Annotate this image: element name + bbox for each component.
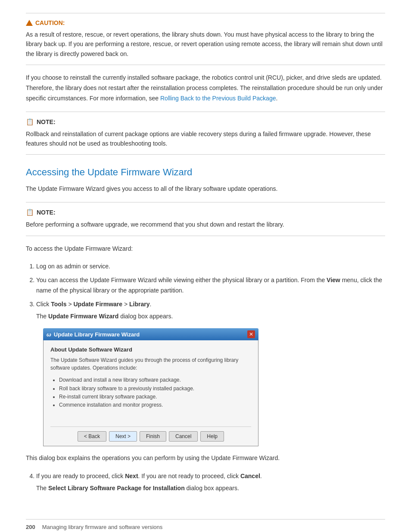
dialog-list: Download and install a new library softw… [59,376,251,409]
step4-sub-bold: Select Library Software Package for Inst… [48,485,185,492]
step-4: If you are ready to proceed, click Next.… [36,471,385,494]
dialog-titlebar: ω Update Library Firmware Wizard ✕ [43,328,258,340]
note-icon-1: 📋 [26,118,34,126]
step3-bold2: Update Firmware [74,301,123,308]
dialog-list-item-2: Roll back library software to a previous… [59,385,251,393]
step1-text: Log on as admin or service. [36,263,110,270]
dialog-finish-button[interactable]: Finish [140,431,166,442]
step4-bold1: Next [125,473,138,479]
step3-text-after: . [150,301,152,308]
step3-sub-bold: Update Firmware Wizard [48,313,118,320]
dialog-list-item-3: Re-install current library software pack… [59,393,251,401]
dialog-spacer [50,414,251,426]
note2-label: NOTE: [37,209,56,216]
after-dialog-text: This dialog box explains the operations … [26,453,385,464]
step4-text-mid: . If you are not ready to proceed, click [138,473,240,479]
note1-title: 📋 NOTE: [26,118,385,126]
dialog-body: About Update Software Wizard The Update … [43,340,258,446]
step2-bold1: View [327,277,340,283]
step4-sub: The Select Library Software Package for … [36,483,385,494]
note-icon-2: 📋 [26,208,34,216]
step-2: You can access the Update Firmware Wizar… [36,275,385,296]
caution-text: As a result of restore, rescue, or rever… [26,30,385,59]
caution-title: CAUTION: [26,19,385,26]
dialog-wrapper: ω Update Library Firmware Wizard ✕ About… [43,328,258,446]
caution-label: CAUTION: [35,19,65,26]
step3-bold3: Library [129,301,149,308]
step4-list: If you are ready to proceed, click Next.… [36,471,385,494]
note1-text: Rollback and reinstallation of current p… [26,129,385,149]
section-intro: The Update Firmware Wizard gives you acc… [26,184,385,194]
step4-sub-after: dialog box appears. [185,485,239,492]
note-box-2: 📋 NOTE: Before performing a software upg… [26,202,385,236]
note2-text: Before performing a software upgrade, we… [26,220,385,229]
footer-text: Managing library firmware and software v… [42,524,163,530]
dialog-close-button[interactable]: ✕ [247,330,255,338]
body-paragraph-1: If you choose to reinstall the currently… [26,73,385,103]
dialog-help-button[interactable]: Help [200,431,224,442]
step-3: Click Tools > Update Firmware > Library.… [36,299,385,322]
dialog-list-item-1: Download and install a new library softw… [59,376,251,384]
step2-text-before: You can access the Update Firmware Wizar… [36,277,327,283]
note-box-1: 📋 NOTE: Rollback and reinstallation of c… [26,112,385,155]
step3-text-mid: > [67,301,74,308]
step4-sub-text: The [36,485,48,492]
dialog-cancel-button[interactable]: Cancel [169,431,198,442]
step3-sub-after: dialog box appears. [118,313,173,320]
step3-bold1: Tools [51,301,66,308]
dialog-back-button[interactable]: < Back [78,431,106,442]
step4-text-before: If you are ready to proceed, click [36,473,125,479]
dialog-next-button[interactable]: Next > [109,431,137,442]
dialog-titlebar-left: ω Update Library Firmware Wizard [47,331,140,338]
dialog-description: The Update Software Wizard guides you th… [50,356,251,372]
page-footer: 200 Managing library firmware and softwa… [26,519,385,530]
note1-label: NOTE: [37,118,56,125]
step3-text-before: Click [36,301,51,308]
step-1: Log on as admin or service. [36,261,385,272]
step4-text-after: . [260,473,262,479]
step3-text-mid2: > [122,301,129,308]
hp-logo-icon: ω [47,331,51,338]
step3-sub: The Update Firmware Wizard dialog box ap… [36,311,385,322]
step3-sub-text: The [36,313,48,320]
section-heading: Accessing the Update Firmware Wizard [26,167,385,178]
caution-box: CAUTION: As a result of restore, rescue,… [26,13,385,65]
page-number: 200 [26,524,35,530]
dialog-subtitle: About Update Software Wizard [50,346,251,353]
dialog-list-item-4: Commence installation and monitor progre… [59,401,251,409]
rolling-back-link[interactable]: Rolling Back to the Previous Build Packa… [160,95,276,102]
dialog-title: Update Library Firmware Wizard [54,331,140,338]
steps-list: Log on as admin or service. You can acce… [36,261,385,321]
caution-triangle-icon [26,20,33,26]
access-intro: To access the Update Firmware Wizard: [26,244,385,254]
note2-title: 📋 NOTE: [26,208,385,216]
step4-bold2: Cancel [240,473,260,479]
body-para1-text-after: . [276,95,277,102]
dialog-footer: < Back Next > Finish Cancel Help [50,426,251,442]
